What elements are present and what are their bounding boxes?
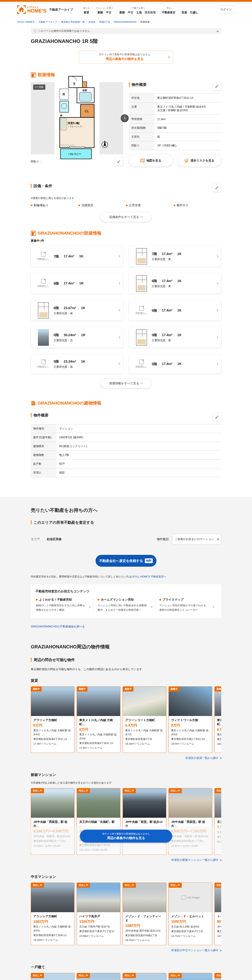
sticky-nearby-cta[interactable]: 当サイト内で募集中の部屋情報はありません 周辺の募集中の物件を見る — [80, 830, 172, 843]
room-card[interactable]: 間取図なし 5階 23.34m² 1K 主要採光面：南 — [31, 354, 123, 374]
listing-size: 14.5m² / ワンルーム — [217, 934, 221, 938]
listing-card[interactable]: 売出し中 東京都杉並区... 6980万円 東京メトロ丸ノ内線... 東京都杉並… — [215, 973, 221, 980]
ad-disclaimer-banner[interactable]: i このページは物件の広告情報ではありません。 — [31, 28, 221, 34]
help-content-item[interactable]: ホームズマンション売却 マンション売却に強い不動産会社を多数掲載中。まとめて一括… — [93, 598, 155, 612]
nav-invest[interactable]: 投資 — [182, 11, 187, 14]
listing-card[interactable]: 募集中 東京メトロ丸ノ内線 方南町... 6.5万円 東京メトロ丸ノ内線 方南町… — [215, 686, 221, 753]
nav-custom-home[interactable]: 注文住宅 — [145, 11, 156, 14]
room-light-direction: 主要採光面：東 — [152, 339, 218, 342]
room-card[interactable]: 5階 17.4m² 1K 主要採光面：東 — [129, 327, 221, 348]
property-type-select[interactable]: ご自身がお住まいのマンション — [172, 534, 221, 545]
breadcrumb-link[interactable]: 部屋情報 — [140, 21, 150, 23]
shinchiku-list-link[interactable]: 杉並区の新築マンション一覧から探す — [171, 858, 219, 861]
listing-card[interactable]: 売出し中 アランシア方南町 1660万円 東京メトロ丸ノ内線 方南町駅 徒歩9分… — [31, 883, 74, 945]
listing-card[interactable]: 売出し中 杉並区和泉四丁目 新築戸建... 6990万円 東京メトロ丸ノ内線 方… — [123, 973, 166, 980]
edit-equipment-button[interactable] — [212, 183, 221, 192]
status-badge: 売出し中 — [77, 883, 90, 888]
view-flood-risk-button[interactable]: 浸水リスクを見る — [178, 154, 222, 167]
show-all-equipment-button[interactable]: 設備条件をすべて見る — [100, 212, 152, 222]
nav-mansion-used[interactable]: 中古 — [106, 11, 112, 14]
listing-card[interactable]: 売出し中 メゾン・ド・フォンティーヌ 1080万円 JR中央本線 高円寺駅 徒歩… — [123, 883, 166, 945]
edit-overview-button[interactable] — [212, 82, 221, 91]
room-card[interactable]: 間取図なし 6階 17.4m² 1K — [129, 300, 221, 321]
nav-land[interactable]: 土地 — [136, 11, 142, 14]
lifull-homes-logo[interactable]: LIFULL HOME'S — [17, 5, 46, 14]
listing-photo: 募集中 — [169, 687, 212, 716]
nav-assessment[interactable]: 不動産査定 — [162, 11, 175, 14]
room-icon — [31, 72, 36, 78]
room-layout: 1K — [77, 255, 83, 258]
listing-card[interactable]: 募集中 ヴィクトワール方南 8万円 東京メトロ丸ノ内線 方南町駅 徒歩5分 東京… — [169, 686, 212, 753]
room-card[interactable]: 間取図なし 6階 17.4m² 1R — [31, 273, 123, 294]
floorplan-image[interactable]: 玄 洗 浴室 — [54, 82, 99, 154]
listing-card[interactable]: 募集中 グラツィア方南町 6万円 東京メトロ丸ノ内線 方南町駅 徒歩4分 東京都… — [31, 686, 74, 753]
breadcrumb-link[interactable]: 東京都の市区町村一覧 — [61, 21, 85, 23]
room-thumbnail: 間取図なし — [37, 360, 49, 369]
listing-card[interactable]: 募集中 東京メトロ丸ノ内線 方南町... 6万円 東京メトロ丸ノ内線 方南町駅 … — [77, 686, 120, 753]
edit-building-button[interactable] — [212, 413, 221, 422]
status-badge: 売出し中 — [215, 973, 221, 978]
room-card[interactable]: 6階 23.67m² 1K 主要採光面：南 — [31, 300, 123, 321]
nav-mansion-new[interactable]: 新築 — [97, 11, 103, 14]
login-button[interactable]: ログイン — [217, 5, 235, 14]
chuko-category-title: 中古マンション — [31, 874, 221, 879]
breadcrumb-link[interactable]: LIFULL HOME'S — [17, 21, 35, 23]
field-value: 地上7階 — [56, 451, 221, 460]
breadcrumb-link[interactable]: 杉並区 — [89, 21, 96, 23]
room-card[interactable]: 間取図なし 5階 17.4m² 1K — [129, 354, 221, 374]
listing-photo: 売出し中 — [215, 883, 221, 912]
assessment-link[interactable]: LIFULL HOME'S 不動産査定 — [131, 575, 164, 578]
listing-card[interactable]: 売出し中 杉並区和泉4丁目 全3棟 ... 7730万円 東京メトロ丸ノ内線 方… — [169, 973, 212, 980]
listing-card[interactable]: 募集中 グリーンコート方南町 6.4万円 東京メトロ丸ノ内線 方南町駅 徒歩7分… — [123, 686, 166, 753]
nav-moving[interactable]: 引越し — [190, 11, 198, 14]
listing-photo: 募集中 — [123, 687, 166, 716]
show-all-rooms-button[interactable]: 部屋情報をすべて見る — [100, 379, 152, 388]
room-layout: 1K — [175, 252, 182, 256]
listing-size: 16m² / ワンルーム — [217, 742, 221, 746]
listing-card[interactable]: 売出し中 no image メゾン・ド・エルベット 1090万円 京王線 桜上水… — [169, 883, 212, 945]
nav-chintai[interactable]: 賃貸 — [84, 11, 89, 14]
listing-address: 東京都杉並区和泉4丁目41-13 — [79, 741, 118, 745]
chevron-down-icon[interactable] — [217, 30, 219, 32]
breadcrumb-link[interactable]: 不動産アーカイブ — [38, 21, 57, 23]
room-floor: 6階 — [152, 308, 157, 313]
breadcrumb-link[interactable]: GRAZIAHONANCHO — [114, 21, 136, 23]
room-floor: 5階 — [54, 333, 59, 337]
room-card[interactable]: 5階 30.24m² 1R 主要採光面：北 — [31, 327, 123, 348]
room-thumbnail: 間取図なし — [135, 360, 148, 369]
listing-price: 1660万円 — [33, 919, 72, 924]
table-row: 物件種別 マンション — [31, 424, 221, 433]
room-thumbnail — [38, 329, 49, 346]
nav-house-used[interactable]: 中古 — [128, 11, 133, 14]
listing-photo: 売出し中 — [215, 973, 221, 980]
listing-card[interactable]: 売出し中 杉並区和泉4丁目 新築分譲... 6080万円 東京メトロ丸ノ内線 方… — [31, 973, 74, 980]
nav-house-new[interactable]: 新築 — [119, 11, 125, 14]
equipment-item: 都市ガス — [174, 204, 222, 207]
room-card[interactable]: 6階 17.4m² 1K 主要採光面：東 — [129, 273, 221, 294]
chuko-list-link[interactable]: 杉並区の中古マンション一覧から探す — [171, 949, 219, 952]
property-value-link[interactable]: GRAZIAHONANCHOの不動産価値を調べる — [31, 625, 85, 628]
room-overview-table: 所在地 東京都杉並区和泉4丁目41-13 交通 東京メトロ丸ノ内線 / 方南町駅… — [129, 94, 221, 150]
carousel-next-button[interactable] — [121, 114, 129, 122]
help-content-item[interactable]: プライスマップ マンション売却の相場がその場でわかる、無料のAI簡易査定シミュレ… — [155, 598, 217, 612]
listing-card[interactable]: 売出し中 杉並区和泉 中古戸建 2980万円 東京メトロ丸ノ内線 方南町... … — [77, 973, 120, 980]
view-map-button[interactable]: 地図を見る — [129, 154, 173, 167]
room-layout: 1K — [78, 306, 85, 310]
equipment-item: 公営水道 — [126, 204, 174, 207]
field-value: 17.4m² — [155, 115, 221, 124]
breadcrumb-link[interactable]: 和泉4丁目 — [99, 21, 110, 23]
room-card[interactable]: 7階 17.4m² 1K 主要採光面：東 — [129, 246, 221, 267]
listing-card[interactable]: 売出し中 ハイツ下高井戸 1300万円 京王線 下高井戸駅 徒歩7分 東京都杉並… — [77, 883, 120, 945]
nearby-promo-box[interactable]: 当サイト内で募集中の部屋情報はありません 周辺の募集中の物件を見る — [79, 51, 173, 64]
edit-caption-button[interactable] — [115, 158, 123, 166]
field-value: 南 — [155, 132, 221, 141]
help-content-item[interactable]: よくわかる！不動産売却 納得のいく不動産売却をするために必要な情報をわかりやすく… — [35, 598, 93, 612]
field-label: 総戸数 — [31, 460, 56, 468]
listing-price: 900万円 — [217, 919, 221, 924]
request-assessment-button[interactable]: 不動産会社へ査定を依頼する無料 — [96, 555, 156, 566]
listing-card[interactable]: 売出し中 トーア... 900万円 JR中央本線... 東京都杉並区... 14… — [215, 883, 221, 945]
room-card[interactable]: 間取図なし 7階 17.4m² 1K — [31, 246, 123, 267]
listing-title: アランシア方南町 — [33, 914, 72, 918]
sticky-line1: 当サイト内で募集中の部屋情報はありません — [102, 832, 150, 835]
rental-list-link[interactable]: 杉並区の賃貸一覧から探す — [185, 756, 219, 759]
